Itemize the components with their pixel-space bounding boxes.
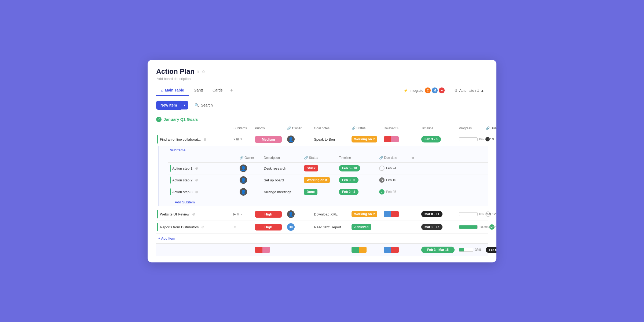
subitems-badge[interactable]: ▾ ⊞ 3: [233, 137, 242, 141]
due-date-cell: Feb 9: [484, 136, 496, 143]
add-subitem-icon[interactable]: ⊕: [201, 225, 204, 229]
swatch-red: [384, 136, 391, 142]
owner-cell: 👤: [285, 134, 312, 145]
sub-desc-cell: Desk research: [262, 165, 302, 172]
sub-color-bar: [170, 177, 171, 184]
add-subitem-button[interactable]: + Add Subitem: [159, 198, 488, 206]
item-name: Reports from Distributors: [160, 225, 199, 229]
add-item-button[interactable]: + Add Item: [156, 234, 488, 243]
item-name-cell: Reports from Distributors ⊕: [156, 221, 231, 233]
add-tab-button[interactable]: +: [227, 85, 236, 96]
column-headers: Subitems Priority 🔗 Owner Goal notes 🔗 S…: [156, 124, 488, 133]
status-cell[interactable]: Achieved: [349, 222, 382, 232]
chevron-right-icon: ▶: [233, 212, 236, 216]
table-icon: ⊞: [236, 137, 239, 141]
item-name: Website UI Review: [160, 212, 189, 216]
sub-status-badge: Done: [304, 189, 317, 195]
sub-due-cell: ◑ Feb 10: [377, 176, 409, 184]
sub-timeline-badge: Feb 2 - 4: [339, 189, 358, 195]
swatch-blue: [384, 247, 391, 253]
main-content: ✓ January Q1 Goals Subitems Priority 🔗 O…: [148, 114, 496, 262]
status-cell[interactable]: Working on it: [349, 134, 382, 144]
subitems-cell: ⊞: [231, 224, 253, 230]
subitems-cell: ▾ ⊞ 3: [231, 136, 253, 143]
status-badge: Working on it: [352, 136, 377, 142]
bottom-timeline-badge: Feb 3 - Mar 15: [421, 247, 455, 253]
priority-cell[interactable]: High: [253, 209, 285, 219]
priority-cell[interactable]: Medium: [253, 134, 285, 144]
board-title-row: Action Plan ℹ ☆: [156, 67, 488, 76]
sub-due-cell: ✓ Feb 25: [377, 188, 409, 196]
add-subitem-icon[interactable]: ⊕: [192, 212, 195, 216]
swatch-red: [255, 247, 262, 253]
bottom-subitems: [231, 248, 253, 251]
priority-cell[interactable]: High: [253, 222, 285, 232]
sub-name: Action step 2: [172, 178, 192, 182]
integrate-icon: ⚡: [404, 89, 408, 93]
goal-notes-cell: Speak to Ben: [312, 136, 349, 143]
sub-status-cell[interactable]: Working on it: [302, 175, 337, 185]
bottom-due-badge: Feb 9 - Mar: [486, 247, 496, 253]
new-item-dropdown[interactable]: ▾: [181, 101, 188, 109]
due-date-strike: Mar 22: [486, 225, 496, 229]
add-subitem-row-icon[interactable]: ⊕: [195, 190, 198, 194]
timeline-cell: Mar 8 - 11: [419, 209, 457, 219]
sub-avatar: 👤: [240, 164, 247, 172]
new-item-button-group: New Item ▾: [156, 101, 188, 110]
tab-cards[interactable]: Cards: [208, 85, 227, 96]
search-icon: 🔍: [195, 103, 199, 107]
progress-cell: 0%: [457, 136, 484, 143]
add-subitem-icon[interactable]: ⊕: [203, 137, 207, 141]
bottom-priority: [253, 245, 285, 254]
add-subitem-row-icon[interactable]: ⊕: [195, 178, 198, 182]
swatch-red: [391, 211, 399, 217]
integrate-label: Integrate: [409, 89, 423, 93]
integrate-button[interactable]: ⚡ Integrate C M ✦: [401, 86, 447, 95]
star-icon[interactable]: ☆: [202, 69, 205, 74]
col-priority: Priority: [253, 125, 285, 131]
swatch-blue: [384, 211, 391, 217]
automate-button[interactable]: ⚙ Automate / 1 ▲: [452, 87, 487, 94]
due-date-cell: Mar 12: [484, 211, 496, 218]
status-badge: Working on it: [352, 211, 377, 217]
sub-name-cell: Action step 3 ⊕: [168, 188, 237, 195]
progress-bar-outer: [459, 225, 478, 229]
sub-status-cell[interactable]: Done: [302, 187, 337, 197]
item-name: Find an online collaborat...: [160, 137, 201, 141]
subitems-count: 2: [241, 212, 243, 216]
new-item-button[interactable]: New Item: [156, 101, 181, 110]
subitems-badge[interactable]: ▶ ⊞ 2: [233, 212, 243, 216]
subitems-badge: ⊞: [233, 225, 236, 229]
tab-gantt[interactable]: Gantt: [189, 85, 208, 96]
sub-owner-cell: 👤: [237, 175, 262, 185]
timeline-badge: Feb 3 - 6: [421, 136, 441, 142]
add-subitem-row-icon[interactable]: ⊕: [195, 166, 198, 170]
col-status: 🔗 Status: [349, 125, 382, 131]
sub-avatar: 👤: [240, 176, 247, 184]
info-icon[interactable]: ℹ: [197, 69, 199, 74]
progress-pct: 0%: [479, 137, 484, 141]
bottom-goal: [312, 248, 349, 251]
bottom-swatch: [255, 247, 270, 253]
status-cell[interactable]: Working on it: [349, 209, 382, 219]
sub-desc-cell: Arrange meetings: [262, 188, 302, 196]
subitem-row: Action step 2 ⊕ 👤 Set up board Working o…: [168, 174, 488, 186]
col-progress: Progress: [457, 125, 484, 131]
check-done-icon: ✓: [379, 189, 385, 195]
progress-bar-outer: [459, 212, 478, 216]
col-relevantf: Relevant F...: [382, 125, 419, 131]
subitem-row: Action step 3 ⊕ 👤 Arrange meetings Done …: [168, 186, 488, 198]
subitems-label: Subitems: [159, 146, 488, 153]
priority-badge: Medium: [255, 136, 282, 143]
due-date: Feb 9: [486, 137, 494, 141]
sub-col-add[interactable]: ⊕: [409, 155, 417, 161]
sub-status-cell[interactable]: Stuck: [302, 163, 337, 173]
sub-owner-cell: 👤: [237, 186, 262, 197]
timeline-badge: Mar 8 - 11: [421, 211, 442, 217]
search-button[interactable]: 🔍 Search: [191, 101, 216, 109]
tab-main-table[interactable]: ⌂ Main Table: [156, 85, 189, 96]
chevron-up-icon: ▲: [481, 89, 484, 93]
sub-col-timeline: Timeline: [337, 155, 377, 161]
tab-gantt-label: Gantt: [194, 88, 203, 92]
bottom-status: [349, 245, 382, 254]
